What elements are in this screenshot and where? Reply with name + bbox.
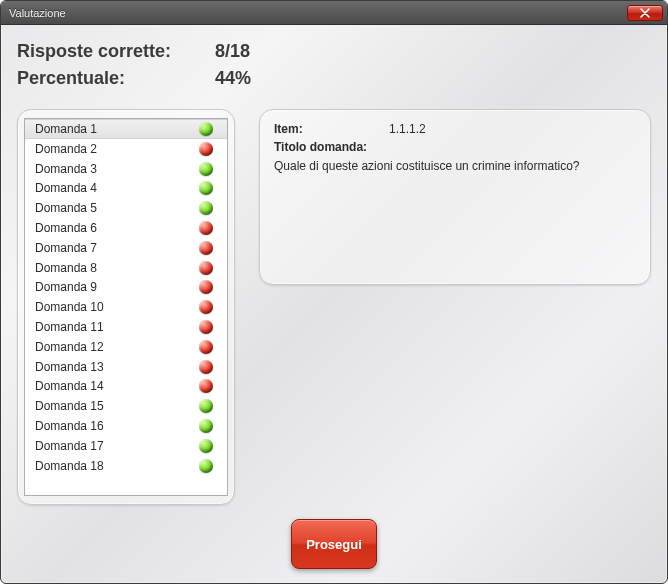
status-incorrect-icon <box>199 261 213 275</box>
question-label: Domanda 15 <box>35 399 199 413</box>
question-row[interactable]: Domanda 18 <box>25 456 227 476</box>
question-detail-panel: Item: 1.1.1.2 Titolo domanda: Quale di q… <box>259 109 651 285</box>
status-correct-icon <box>199 122 213 136</box>
status-incorrect-icon <box>199 340 213 354</box>
detail-item-label: Item: <box>274 122 389 136</box>
question-label: Domanda 16 <box>35 419 199 433</box>
status-incorrect-icon <box>199 280 213 294</box>
question-label: Domanda 14 <box>35 379 199 393</box>
question-label: Domanda 5 <box>35 201 199 215</box>
question-label: Domanda 11 <box>35 320 199 334</box>
status-incorrect-icon <box>199 221 213 235</box>
question-label: Domanda 18 <box>35 459 199 473</box>
status-correct-icon <box>199 201 213 215</box>
question-label: Domanda 10 <box>35 300 199 314</box>
summary-correct-value: 8/18 <box>215 41 250 62</box>
question-label: Domanda 8 <box>35 261 199 275</box>
question-row[interactable]: Domanda 6 <box>25 218 227 238</box>
question-row[interactable]: Domanda 17 <box>25 436 227 456</box>
status-incorrect-icon <box>199 300 213 314</box>
question-row[interactable]: Domanda 7 <box>25 238 227 258</box>
footer: Prosegui <box>1 519 667 569</box>
question-row[interactable]: Domanda 5 <box>25 198 227 218</box>
evaluation-window: Valutazione Risposte corrette: 8/18 Perc… <box>0 0 668 584</box>
question-row[interactable]: Domanda 16 <box>25 416 227 436</box>
close-icon <box>640 8 650 18</box>
question-label: Domanda 4 <box>35 181 199 195</box>
status-correct-icon <box>199 399 213 413</box>
status-incorrect-icon <box>199 320 213 334</box>
summary-correct-label: Risposte corrette: <box>17 41 215 62</box>
summary-block: Risposte corrette: 8/18 Percentuale: 44% <box>17 41 653 95</box>
proceed-button[interactable]: Prosegui <box>291 519 377 569</box>
question-row[interactable]: Domanda 11 <box>25 317 227 337</box>
status-correct-icon <box>199 181 213 195</box>
content-area: Risposte corrette: 8/18 Percentuale: 44%… <box>1 25 667 583</box>
question-label: Domanda 3 <box>35 162 199 176</box>
question-label: Domanda 12 <box>35 340 199 354</box>
question-row[interactable]: Domanda 14 <box>25 377 227 397</box>
status-correct-icon <box>199 439 213 453</box>
status-correct-icon <box>199 459 213 473</box>
detail-item-row: Item: 1.1.1.2 <box>274 122 636 136</box>
status-correct-icon <box>199 162 213 176</box>
summary-percent-row: Percentuale: 44% <box>17 68 653 89</box>
detail-question-text: Quale di queste azioni costituisce un cr… <box>274 158 636 174</box>
status-incorrect-icon <box>199 360 213 374</box>
question-row[interactable]: Domanda 13 <box>25 357 227 377</box>
question-label: Domanda 9 <box>35 280 199 294</box>
question-list[interactable]: Domanda 1Domanda 2Domanda 3Domanda 4Doma… <box>24 118 228 496</box>
status-correct-icon <box>199 419 213 433</box>
summary-correct-row: Risposte corrette: 8/18 <box>17 41 653 62</box>
question-label: Domanda 17 <box>35 439 199 453</box>
close-button[interactable] <box>627 5 663 21</box>
question-label: Domanda 13 <box>35 360 199 374</box>
question-label: Domanda 1 <box>35 122 199 136</box>
question-row[interactable]: Domanda 9 <box>25 278 227 298</box>
question-row[interactable]: Domanda 4 <box>25 179 227 199</box>
question-row[interactable]: Domanda 3 <box>25 159 227 179</box>
window-title: Valutazione <box>9 7 66 19</box>
question-row[interactable]: Domanda 15 <box>25 396 227 416</box>
question-label: Domanda 2 <box>35 142 199 156</box>
panels: Domanda 1Domanda 2Domanda 3Domanda 4Doma… <box>15 109 653 505</box>
question-row[interactable]: Domanda 10 <box>25 297 227 317</box>
titlebar: Valutazione <box>1 1 667 25</box>
detail-title-label: Titolo domanda: <box>274 140 636 154</box>
summary-percent-label: Percentuale: <box>17 68 215 89</box>
question-row[interactable]: Domanda 1 <box>25 119 227 139</box>
summary-percent-value: 44% <box>215 68 251 89</box>
question-label: Domanda 7 <box>35 241 199 255</box>
question-row[interactable]: Domanda 12 <box>25 337 227 357</box>
status-incorrect-icon <box>199 142 213 156</box>
question-row[interactable]: Domanda 8 <box>25 258 227 278</box>
question-row[interactable]: Domanda 2 <box>25 139 227 159</box>
detail-item-value: 1.1.1.2 <box>389 122 426 136</box>
status-incorrect-icon <box>199 241 213 255</box>
status-incorrect-icon <box>199 379 213 393</box>
question-list-panel: Domanda 1Domanda 2Domanda 3Domanda 4Doma… <box>17 109 235 505</box>
question-label: Domanda 6 <box>35 221 199 235</box>
